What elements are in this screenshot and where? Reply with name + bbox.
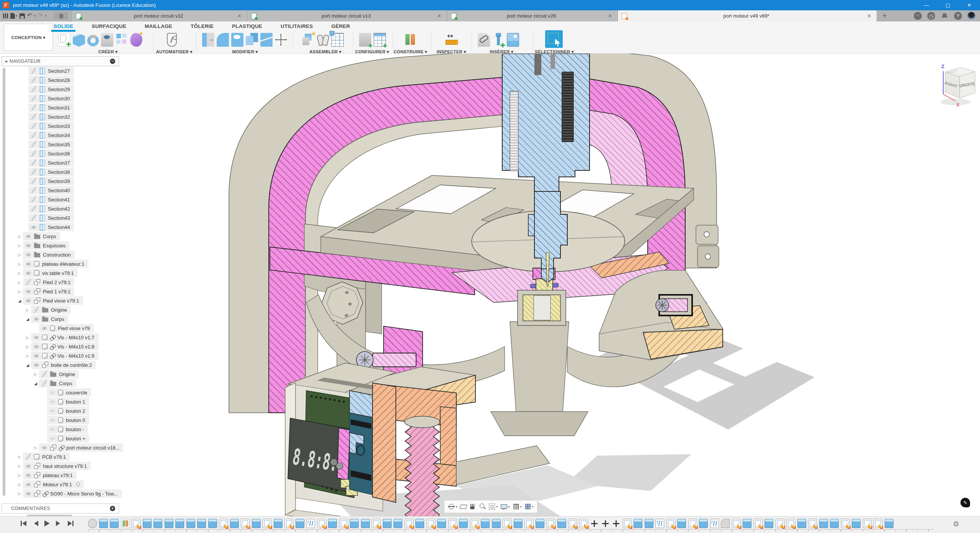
tree-item[interactable]: bouton - xyxy=(47,425,88,433)
insert-canvas-icon[interactable] xyxy=(507,33,519,47)
timeline-feature-sketch[interactable] xyxy=(524,519,533,528)
configuration-table-icon[interactable] xyxy=(374,33,386,47)
tree-row[interactable]: Section27 xyxy=(2,66,119,75)
tree-item[interactable]: Section44 xyxy=(28,223,74,231)
dropdown-caret-icon[interactable]: ▾ xyxy=(45,14,46,18)
visibility-toggle-icon[interactable] xyxy=(31,77,37,83)
timeline-feature-extrude[interactable] xyxy=(459,519,468,528)
visibility-toggle-icon[interactable] xyxy=(31,114,37,120)
expanded-arrow-icon[interactable]: ◢ xyxy=(16,297,23,304)
ribbon-tab-gérer[interactable]: GÉRER xyxy=(331,23,351,31)
dropdown-caret-icon[interactable]: ▾ xyxy=(34,14,36,18)
tree-row[interactable]: ▷haut structure v79:1 xyxy=(2,461,119,471)
timeline-feature-sketch[interactable] xyxy=(219,519,228,528)
display-icon[interactable]: ▾ xyxy=(500,503,510,510)
document-tab[interactable]: port moteur circuit v32✕ xyxy=(72,10,247,21)
visibility-toggle-icon[interactable] xyxy=(25,261,31,267)
tree-item[interactable]: couvercle xyxy=(47,388,91,397)
visibility-toggle-icon[interactable] xyxy=(41,371,47,377)
step-back-button[interactable] xyxy=(32,520,39,526)
tree-row[interactable]: Section35 xyxy=(2,140,119,149)
tree-row[interactable]: ▷Vis - M4x10 v1:7 xyxy=(2,333,119,342)
tree-item[interactable]: Construction xyxy=(23,250,75,259)
tree-row[interactable]: Section29 xyxy=(2,85,119,94)
tree-item[interactable]: Section37 xyxy=(28,159,74,167)
timeline-feature-extrude[interactable] xyxy=(557,519,566,528)
timeline-feature-extrude[interactable] xyxy=(830,519,839,528)
collapsed-arrow-icon[interactable]: ▷ xyxy=(16,481,23,488)
feedback-icon[interactable]: ✎ xyxy=(960,498,970,507)
tree-item[interactable]: boite de contrôle:2 xyxy=(31,361,96,369)
timeline-feature-extrude[interactable] xyxy=(296,519,304,528)
dropdown-caret-icon[interactable]: ▾ xyxy=(16,14,17,18)
tree-item[interactable]: Section27 xyxy=(28,67,74,75)
tree-item[interactable]: Section38 xyxy=(28,168,74,176)
tree-item[interactable]: bouton + xyxy=(47,434,89,443)
timeline-feature-sketch[interactable] xyxy=(263,519,271,528)
timeline-feature-sketch[interactable] xyxy=(666,519,675,528)
tree-row[interactable]: bouton + xyxy=(2,434,119,443)
tree-item[interactable]: vis table v79:1 xyxy=(23,269,78,277)
bom-icon[interactable] xyxy=(332,33,344,47)
timeline-feature-extrude[interactable] xyxy=(514,519,523,528)
tree-item[interactable]: Esquisses xyxy=(23,241,69,250)
collapsed-arrow-icon[interactable]: ▷ xyxy=(16,270,23,276)
revolve-icon[interactable] xyxy=(87,35,99,46)
collapsed-arrow-icon[interactable]: ▷ xyxy=(16,463,23,469)
tree-item[interactable]: Section33 xyxy=(28,122,74,130)
collapsed-arrow-icon[interactable]: ▷ xyxy=(16,233,23,240)
step-forward-button[interactable] xyxy=(56,520,62,526)
timeline-feature-sketch[interactable] xyxy=(546,519,555,528)
extrude-icon[interactable] xyxy=(73,33,85,47)
tree-item[interactable]: bouton 1 xyxy=(47,397,89,406)
document-tab[interactable]: port moteur circuit v26✕ xyxy=(447,10,617,21)
tree-row[interactable]: ▷Vis - M4x10 v1:8 xyxy=(2,342,119,351)
tree-row[interactable]: ▷Esquisses xyxy=(2,241,119,250)
visibility-toggle-icon[interactable] xyxy=(31,178,37,184)
timeline-feature-extrude[interactable] xyxy=(208,519,217,528)
visibility-toggle-icon[interactable] xyxy=(31,86,37,92)
tree-row[interactable]: ▷Origine xyxy=(2,370,119,379)
collapsed-arrow-icon[interactable]: ▷ xyxy=(16,251,23,258)
visibility-toggle-icon[interactable] xyxy=(31,169,37,175)
visibility-toggle-icon[interactable] xyxy=(49,435,56,441)
tree-item[interactable]: Vis - M4x10 v1:9 xyxy=(31,352,98,360)
tree-row[interactable]: Section41 xyxy=(2,195,119,204)
new-tab-button[interactable]: + xyxy=(877,11,892,20)
extensions-icon[interactable] xyxy=(914,12,922,20)
timeline-feature-extrude[interactable] xyxy=(677,519,686,528)
tree-row[interactable]: Section28 xyxy=(2,75,119,85)
tree-item[interactable]: Section35 xyxy=(28,140,74,149)
visibility-toggle-icon[interactable] xyxy=(25,481,31,487)
visibility-toggle-icon[interactable] xyxy=(25,252,31,258)
profile-icon[interactable] xyxy=(967,12,975,20)
visibility-toggle-icon[interactable] xyxy=(31,68,37,74)
tree-row[interactable]: ▷Construction xyxy=(2,250,119,259)
timeline-feature-sketch[interactable] xyxy=(568,519,577,528)
dropdown-caret-icon[interactable]: ▾ xyxy=(520,505,522,508)
tree-item[interactable]: Section41 xyxy=(28,195,74,204)
tree-row[interactable]: ◢Pied visse v79:1 xyxy=(2,296,119,305)
add-comment-icon[interactable]: + xyxy=(110,506,115,511)
tree-row[interactable]: bouton 0 xyxy=(2,415,119,425)
tree-row[interactable]: Section43 xyxy=(2,213,119,222)
collapsed-arrow-icon[interactable]: ▷ xyxy=(16,472,23,479)
automate-icon[interactable] xyxy=(167,33,177,47)
timeline-feature-extrude[interactable] xyxy=(186,519,195,528)
collapsed-arrow-icon[interactable]: ▷ xyxy=(24,306,31,313)
visibility-toggle-icon[interactable] xyxy=(33,316,39,322)
timeline-feature-extrude[interactable] xyxy=(383,519,392,528)
tree-row[interactable]: bouton 1 xyxy=(2,397,119,406)
tree-row[interactable]: couvercle xyxy=(2,388,119,397)
tree-row[interactable]: ▷plateau v79:1 xyxy=(2,471,119,480)
timeline-feature-extrude[interactable] xyxy=(819,519,828,528)
visibility-toggle-icon[interactable] xyxy=(41,445,47,451)
close-tab-icon[interactable]: ✕ xyxy=(606,13,614,19)
collapsed-arrow-icon[interactable]: ▷ xyxy=(16,453,23,460)
timeline-feature-sketch[interactable] xyxy=(732,519,741,528)
tree-item[interactable]: Origine xyxy=(39,370,79,378)
timeline-feature-move[interactable] xyxy=(590,519,599,528)
timeline-feature-sketch[interactable] xyxy=(284,519,293,528)
timeline-feature-extrude[interactable] xyxy=(350,519,359,528)
tree-item[interactable]: Section31 xyxy=(28,103,74,112)
